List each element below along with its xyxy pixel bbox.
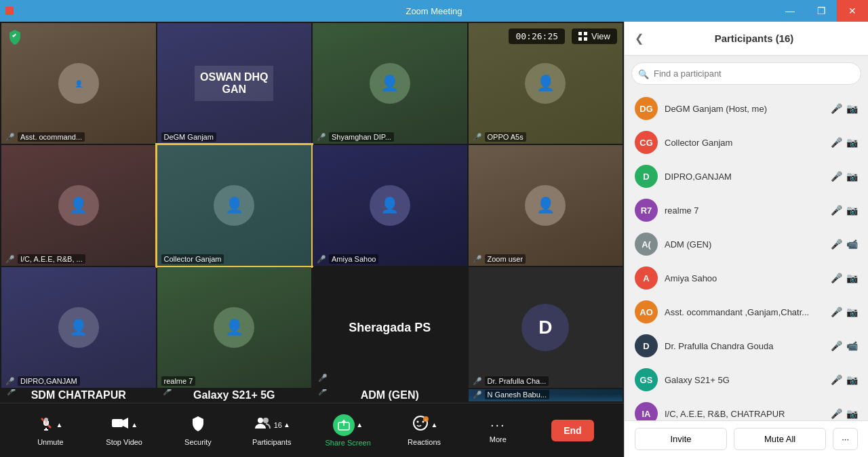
- participant-controls-asst: 🎤 📷: [831, 306, 858, 317]
- cell4-namebar: 🎤 OPPO A5s: [469, 130, 623, 144]
- stop-video-button[interactable]: ▲ Stop Video: [104, 415, 144, 446]
- participant-controls-dipro: 🎤 📷: [831, 171, 858, 182]
- mic-icon-ic: 🎤: [831, 408, 842, 419]
- participant-name-realme: realme 7: [665, 205, 699, 216]
- participants-button[interactable]: 16 ▲ Participants: [252, 415, 292, 446]
- avatar-amiya: A: [635, 266, 658, 290]
- participant-info-ic: I/C, A.E.E, R&B, CHATRAPUR: [665, 408, 824, 420]
- avatar-asst: AO: [635, 300, 658, 323]
- panel-more-button[interactable]: ···: [833, 428, 858, 450]
- more-button[interactable]: ··· More: [477, 417, 518, 443]
- participant-row-adm[interactable]: A( ADM (GEN) 🎤 📹: [628, 227, 865, 261]
- mic-icon-amiya: 🎤: [831, 273, 842, 283]
- main-container: 00:26:25 View 👤 🎤 Asst. oc: [0, 22, 868, 457]
- video-cell-11: 🎤 Sheragada PS: [313, 267, 467, 388]
- unmute-button[interactable]: ▲ Unmute: [30, 415, 71, 446]
- cell6-namebar: Collector Ganjam: [157, 252, 312, 266]
- reactions-button[interactable]: + ▲ Reactions: [404, 415, 445, 446]
- restore-button[interactable]: ❐: [806, 0, 837, 22]
- reactions-caret[interactable]: ▲: [431, 421, 438, 429]
- svg-point-7: [263, 418, 269, 423]
- participant-row-degm[interactable]: DG DeGM Ganjam (Host, me) 🎤 📷: [628, 92, 865, 125]
- participant-count-badge: 16: [274, 421, 282, 429]
- stop-video-label: Stop Video: [106, 438, 142, 446]
- cell9-name: DIPRO,GANJAM: [18, 376, 80, 386]
- participant-row-ic[interactable]: IA I/C, A.E.E, R&B, CHATRAPUR 🎤 📷: [628, 397, 865, 420]
- search-input[interactable]: [631, 62, 861, 85]
- participant-controls-prafulla: 🎤 📹: [831, 340, 858, 351]
- video-cell-14: 🎤 Galaxy S21+ 5G: [157, 389, 312, 401]
- mute-all-button[interactable]: Mute All: [734, 428, 826, 450]
- cell12-namebar: 🎤 Dr. Prafulla Cha...: [469, 374, 623, 388]
- participant-controls-degm: 🎤 📷: [831, 103, 858, 114]
- cell14-placeholder: Galaxy S21+ 5G: [193, 389, 275, 401]
- participant-info-adm: ADM (GEN): [665, 238, 824, 250]
- search-icon: 🔍: [638, 68, 649, 79]
- participants-icon: [254, 415, 273, 435]
- cell16-namebar: 🎤 N Ganesh Babu...: [469, 389, 623, 401]
- panel-header: ❮ Participants (16): [625, 22, 868, 56]
- minimize-button[interactable]: —: [774, 0, 806, 22]
- participants-caret[interactable]: ▲: [283, 421, 290, 429]
- mic-icon-adm: 🎤: [831, 239, 842, 250]
- participant-row-asst[interactable]: AO Asst. ocommandant ,Ganjam,Chatr... 🎤 …: [628, 295, 865, 329]
- participant-name-dipro: DIPRO,GANJAM: [665, 172, 732, 182]
- participant-name-ic: I/C, A.E.E, R&B, CHATRAPUR: [665, 409, 785, 419]
- cell11-mute-icon: 🎤: [318, 374, 328, 382]
- video-caret[interactable]: ▲: [131, 421, 138, 429]
- title-bar-title: Zoom Meeting: [406, 6, 462, 16]
- video-cell-2: OSWAN DHQ GAN DeGM Ganjam: [157, 23, 312, 144]
- title-bar: Zoom Meeting — ❐ ✕: [0, 0, 868, 22]
- participant-row-prafulla[interactable]: D Dr. Prafulla Chandra Gouda 🎤 📹: [628, 329, 865, 363]
- cell7-namebar: 🎤 Amiya Sahoo: [313, 252, 467, 266]
- close-button[interactable]: ✕: [837, 0, 868, 22]
- participant-name-amiya: Amiya Sahoo: [665, 273, 717, 283]
- video-top-bar: 00:26:25 View: [509, 28, 617, 44]
- participant-row-amiya[interactable]: A Amiya Sahoo 🎤 📷: [628, 261, 865, 295]
- participant-name-galaxy: Galaxy S21+ 5G: [665, 375, 730, 385]
- cell15-placeholder: ADM (GEN): [361, 389, 419, 401]
- svg-point-13: [422, 420, 424, 422]
- svg-text:+: +: [425, 418, 427, 422]
- participant-info-amiya: Amiya Sahoo: [665, 272, 824, 284]
- panel-title: Participants (16): [650, 33, 858, 44]
- video-cell-16: 🏳 🎤 N Ganesh Babu...: [469, 389, 623, 401]
- cell4-mute-icon: 🎤: [473, 133, 482, 142]
- view-button[interactable]: View: [572, 28, 617, 44]
- avatar-galaxy: GS: [635, 368, 658, 391]
- participant-row-realme[interactable]: R7 realme 7 🎤 📷: [628, 193, 865, 227]
- participant-row-galaxy[interactable]: GS Galaxy S21+ 5G 🎤 📷: [628, 363, 865, 397]
- panel-footer: Invite Mute All ···: [625, 420, 868, 457]
- share-screen-label: Share Screen: [326, 439, 371, 447]
- mic-icon-galaxy: 🎤: [831, 374, 842, 385]
- end-button[interactable]: End: [551, 420, 593, 441]
- mic-icon-collector: 🎤: [831, 137, 842, 148]
- cell14-mute-icon: 🎤: [163, 389, 172, 396]
- video-icon: [111, 415, 130, 435]
- participant-controls-ic: 🎤 📷: [831, 408, 858, 419]
- invite-button[interactable]: Invite: [635, 428, 727, 450]
- video-cell-1: 👤 🎤 Asst. ocommand...: [1, 23, 156, 144]
- participant-controls-adm: 🎤 📹: [831, 239, 858, 250]
- cell7-name: Amiya Sahoo: [329, 254, 378, 264]
- participant-row-collector[interactable]: CG Collector Ganjam 🎤 📷: [628, 125, 865, 159]
- video-cell-12: D 🎤 Dr. Prafulla Cha...: [469, 267, 623, 388]
- timer-display: 00:26:25: [509, 28, 565, 44]
- share-caret[interactable]: ▲: [356, 421, 363, 429]
- cam-icon-collector: 📷: [846, 137, 858, 148]
- participant-row-dipro[interactable]: D DIPRO,GANJAM 🎤 📷: [628, 159, 865, 193]
- panel-collapse-button[interactable]: ❮: [635, 32, 644, 45]
- view-label: View: [591, 31, 610, 41]
- cell1-namebar: 🎤 Asst. ocommand...: [1, 130, 156, 144]
- share-screen-button[interactable]: ▲ Share Screen: [326, 414, 371, 447]
- cell2-name: DeGM Ganjam: [161, 132, 216, 142]
- reactions-label: Reactions: [408, 438, 441, 446]
- cam-icon-galaxy: 📷: [846, 374, 858, 385]
- security-button[interactable]: Security: [178, 415, 218, 446]
- cell2-namebar: DeGM Ganjam: [157, 130, 312, 144]
- cell13-placeholder: SDM CHATRAPUR: [31, 389, 126, 401]
- unmute-caret[interactable]: ▲: [56, 421, 62, 429]
- cam-icon-ic: 📷: [846, 408, 858, 419]
- video-cell-7: 👤 🎤 Amiya Sahoo: [313, 145, 467, 266]
- participant-controls-realme: 🎤 📷: [831, 205, 858, 216]
